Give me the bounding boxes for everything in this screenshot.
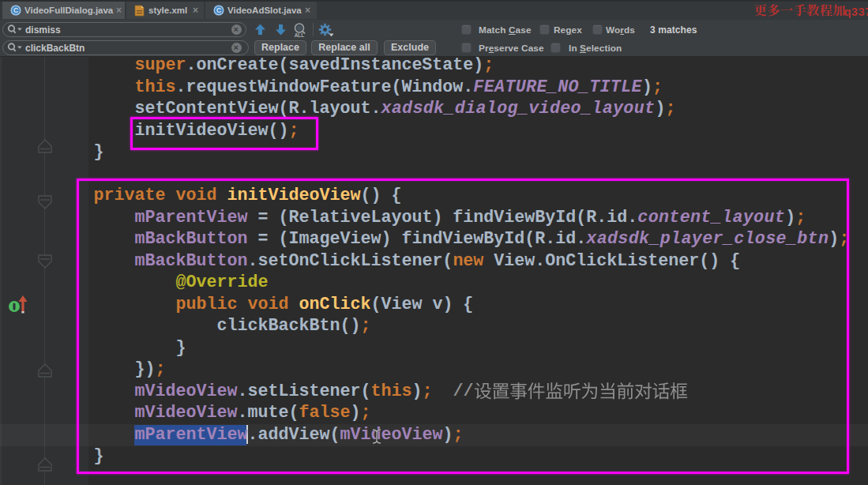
svg-text:ALL: ALL bbox=[295, 32, 305, 38]
